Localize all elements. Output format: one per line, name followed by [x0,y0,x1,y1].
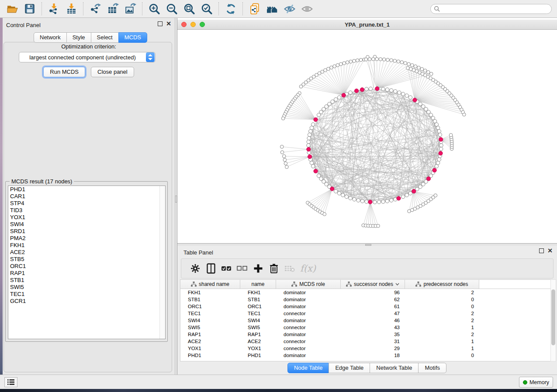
result-list-item[interactable]: ACE2 [8,249,165,256]
close-panel-icon[interactable]: ✕ [547,248,553,253]
float-panel-icon[interactable] [158,21,163,26]
table-scrollbar[interactable] [550,279,556,361]
table-toolbar: f(x) [181,258,554,279]
tab-motifs[interactable]: Motifs [418,363,446,373]
table-row[interactable]: STB1STB1dominator620 [180,296,554,303]
export-image-icon[interactable] [123,1,138,16]
export-network-icon[interactable] [88,1,103,16]
table-row[interactable]: ORC1ORC1dominator610 [180,303,554,310]
network-title: YPA_prune.txt_1 [177,21,557,28]
mcds-result-list[interactable]: PHD1CAR1STP4TID3YOX1SWI4SRD1PMA2FKH1ACE2… [8,186,166,339]
settings-gear-icon[interactable] [187,261,203,276]
table-row[interactable]: TEC1TEC1connector472 [180,310,554,317]
result-list-item[interactable]: PMA2 [8,235,165,242]
result-list-item[interactable]: RAP1 [8,270,165,277]
column-header-name[interactable]: name [240,280,276,289]
table-cell: 2 [405,310,479,317]
result-list-item[interactable]: YOX1 [8,214,165,221]
criterion-dropdown[interactable]: largest connected component (undirected) [19,52,156,62]
result-list-item[interactable]: STB5 [8,256,165,263]
table-cell: STB1 [180,296,240,303]
table-row[interactable]: YOX1YOX1connector291 [180,345,554,352]
close-panel-icon[interactable]: ✕ [166,21,171,26]
result-list-scrollbar[interactable] [159,186,165,339]
desktop-wallpaper-bottom [0,389,557,392]
column-type-icon [291,282,297,287]
zoom-out-icon[interactable] [164,1,179,16]
delete-table-icon [282,261,298,276]
result-list-item[interactable]: SWI5 [8,284,165,291]
table-row[interactable]: SWI4SWI4dominator462 [180,317,554,324]
hide-selected-icon[interactable] [282,1,297,16]
table-row[interactable]: SWI5SWI5connector431 [180,324,554,331]
show-all-icon[interactable] [300,1,315,16]
table-row[interactable]: PHD1PHD1dominator180 [180,352,554,359]
table-cell: 61 [341,303,405,310]
result-list-item[interactable]: SRD1 [8,228,165,235]
float-panel-icon[interactable] [539,248,544,253]
table-cell: STB1 [240,296,276,303]
unselect-all-columns-icon[interactable] [235,261,250,276]
table-row[interactable]: FKH1FKH1dominator962 [180,289,554,296]
table-cell: 2 [405,317,479,324]
scrollbar-thumb[interactable] [551,289,555,345]
table-cell: connector [276,345,341,352]
network-titlebar[interactable]: YPA_prune.txt_1 [177,20,557,30]
tab-network[interactable]: Network [34,32,67,43]
result-list-item[interactable]: SWI4 [8,221,165,228]
node-table: shared name name MCDS role successor nod… [180,279,554,361]
tab-select[interactable]: Select [91,32,119,43]
result-list-item[interactable]: TID3 [8,207,165,214]
network-canvas[interactable] [177,30,557,243]
tab-network-table[interactable]: Network Table [370,363,419,373]
tab-node-table[interactable]: Node Table [287,363,329,373]
sort-descending-icon [395,283,399,285]
result-list-item[interactable]: CAR1 [8,193,165,200]
add-column-icon[interactable] [250,261,266,276]
task-history-button[interactable] [4,377,17,387]
tab-style[interactable]: Style [66,32,91,43]
import-table-icon[interactable] [64,1,79,16]
result-list-item[interactable]: FKH1 [8,242,165,249]
new-network-from-selection-icon[interactable] [247,1,262,16]
zoom-in-icon[interactable] [147,1,162,16]
column-header-predecessor-nodes[interactable]: predecessor nodes [405,280,479,289]
result-list-item[interactable]: PHD1 [8,186,165,193]
go-home-icon[interactable] [265,1,280,16]
result-list-item[interactable]: ORC1 [8,263,165,270]
refresh-layout-icon[interactable] [223,1,238,16]
zoom-fit-icon[interactable] [182,1,197,16]
tab-mcds[interactable]: MCDS [118,32,147,43]
close-panel-button[interactable]: Close panel [91,67,134,77]
table-cell: RAP1 [180,331,240,338]
column-header-successor-nodes[interactable]: successor nodes [341,280,405,289]
zoom-selected-icon[interactable] [199,1,214,16]
table-cell: 35 [341,331,405,338]
table-row[interactable]: ACE2ACE2connector311 [180,338,554,345]
table-row[interactable]: RAP1RAP1dominator352 [180,331,554,338]
select-all-columns-icon[interactable] [219,261,235,276]
import-network-icon[interactable] [46,1,61,16]
search-input[interactable] [430,4,552,14]
column-label: shared name [199,281,229,287]
delete-columns-icon[interactable] [266,261,282,276]
table-cell: ORC1 [180,303,240,310]
tab-edge-table[interactable]: Edge Table [329,363,370,373]
open-session-icon[interactable] [5,1,20,16]
save-session-icon[interactable] [22,1,37,16]
table-cell: PHD1 [240,352,276,359]
result-list-item[interactable]: TEC1 [8,291,165,298]
show-column-panel-icon[interactable] [203,261,219,276]
export-table-icon[interactable] [105,1,120,16]
column-header-mcds-role[interactable]: MCDS role [276,280,341,289]
table-cell: dominator [276,296,341,303]
column-type-icon [191,282,197,287]
result-list-item[interactable]: STB1 [8,277,165,284]
column-header-shared-name[interactable]: shared name [180,280,240,289]
result-list-item[interactable]: GCR1 [8,298,165,305]
toolbar-separator [83,2,83,15]
memory-button[interactable]: Memory [519,377,553,388]
run-mcds-button[interactable]: Run MCDS [43,67,85,77]
result-list-item[interactable]: STP4 [8,200,165,207]
splitter-handle[interactable] [175,196,177,203]
